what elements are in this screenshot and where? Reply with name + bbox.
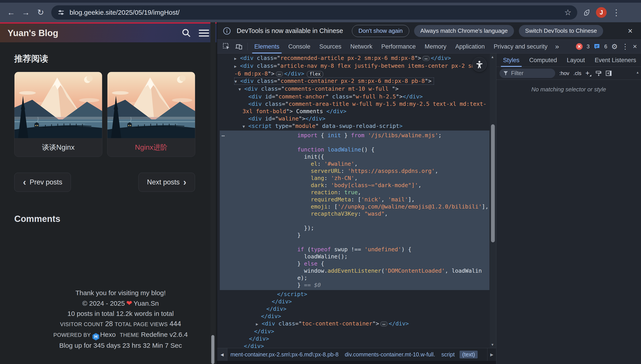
accessibility-person-icon[interactable] bbox=[472, 57, 487, 72]
bookmark-star-icon[interactable]: ☆ bbox=[564, 8, 571, 17]
devtools-tab-application[interactable]: Application bbox=[451, 40, 489, 54]
script-code-line[interactable]: import { init } from '/js/libs/waline.mj… bbox=[220, 132, 489, 139]
dom-tree-line[interactable]: ▶<div class="article-nav my-8 flex justi… bbox=[217, 62, 496, 77]
footer-author[interactable]: Yuan.Sn bbox=[134, 300, 159, 307]
breadcrumb-scroll-right-icon[interactable]: ▶ bbox=[487, 348, 496, 361]
styles-tab-event-listeners[interactable]: Event Listeners bbox=[590, 54, 641, 67]
dom-tree-line[interactable]: ▼<div class="comment-container px-2 sm:p… bbox=[217, 77, 496, 85]
script-code-line[interactable]: serverURL: 'https://asopss.dpdns.org', bbox=[220, 168, 489, 175]
script-code-line[interactable] bbox=[220, 218, 489, 224]
dom-tree-line[interactable]: ▼<script type="module" data-swup-reload-… bbox=[217, 122, 496, 130]
profile-avatar[interactable]: J bbox=[596, 7, 607, 18]
script-code-line[interactable]: reaction: true, bbox=[220, 189, 489, 196]
toggle-hover-state-button[interactable]: :hov bbox=[559, 70, 569, 76]
devtools-tab-performance[interactable]: Performance bbox=[377, 40, 420, 54]
notification-button-always-match-chrome-s-language[interactable]: Always match Chrome's language bbox=[414, 25, 514, 37]
scroll-down-arrow[interactable]: ▼ bbox=[491, 342, 493, 346]
scroll-up-arrow[interactable]: ▲ bbox=[491, 55, 493, 59]
script-code-line[interactable]: el: '#waline', bbox=[220, 160, 489, 168]
collapsed-gutter-ellipsis[interactable]: … bbox=[222, 132, 225, 138]
issue-count[interactable]: 6 bbox=[604, 44, 607, 50]
breadcrumb-item[interactable]: (text) bbox=[460, 351, 478, 358]
script-code-line[interactable]: function loadWaline() { bbox=[220, 146, 489, 153]
hexo-link[interactable]: Hexo bbox=[100, 331, 116, 338]
theme-link[interactable]: Redefine v2.6.4 bbox=[141, 331, 188, 338]
article-card-title[interactable]: 谈谈Nginx bbox=[15, 138, 102, 157]
script-code-line[interactable]: emoji: ['//unpkg.com/@waline/emojis@1.2.… bbox=[220, 203, 489, 210]
devtools-tab-memory[interactable]: Memory bbox=[420, 40, 451, 54]
expand-arrow-icon[interactable]: ▶ bbox=[256, 320, 262, 328]
flex-badge[interactable]: flex bbox=[307, 71, 323, 77]
expand-arrow-icon[interactable]: ▼ bbox=[235, 78, 240, 85]
devtools-menu-icon[interactable]: ⋮ bbox=[621, 42, 629, 51]
forward-icon[interactable]: → bbox=[20, 8, 32, 17]
settings-gear-icon[interactable]: ⚙ bbox=[611, 42, 618, 51]
expand-ellipsis-button[interactable]: … bbox=[380, 322, 387, 326]
extension-energy-icon[interactable] bbox=[583, 8, 591, 16]
script-code-line[interactable]: recaptchaV3Key: "wasd", bbox=[220, 210, 489, 218]
styles-scroll-up-arrow[interactable]: ▲ bbox=[636, 70, 639, 74]
dom-tree-line[interactable]: ▶<div class="toc-content-container">…</d… bbox=[217, 320, 496, 328]
dom-tree-line[interactable]: </div> bbox=[217, 342, 496, 348]
styles-tab-computed[interactable]: Computed bbox=[524, 54, 562, 67]
new-style-rule-icon[interactable]: + bbox=[585, 69, 591, 77]
device-toolbar-icon[interactable] bbox=[233, 43, 245, 50]
expand-arrow-icon[interactable]: ▼ bbox=[243, 123, 248, 130]
reload-icon[interactable]: ↻ bbox=[34, 8, 47, 17]
dom-tree-line[interactable]: <div id="comment-anchor" class="w-full h… bbox=[217, 93, 496, 100]
article-card-title[interactable]: Nginx进阶 bbox=[108, 138, 195, 157]
styles-tab-layout[interactable]: Layout bbox=[562, 54, 590, 67]
script-code-line[interactable]: dark: 'body[class~="dark-mode"]', bbox=[220, 182, 489, 189]
site-info-icon[interactable] bbox=[57, 8, 65, 16]
elements-scrollbar-thumb[interactable] bbox=[491, 124, 495, 242]
expand-arrow-icon[interactable]: ▶ bbox=[234, 62, 240, 70]
script-code-line[interactable]: }); bbox=[220, 224, 489, 232]
browser-menu-icon[interactable]: ⋮ bbox=[612, 8, 620, 18]
toggle-classes-button[interactable]: .cls bbox=[573, 70, 581, 76]
script-code-line[interactable] bbox=[220, 139, 489, 146]
search-icon[interactable] bbox=[181, 28, 191, 38]
back-icon[interactable]: ← bbox=[5, 8, 18, 17]
menu-icon[interactable] bbox=[199, 30, 209, 36]
dom-tree-line[interactable]: </div> bbox=[217, 328, 496, 335]
script-code-line[interactable]: } bbox=[220, 232, 489, 239]
dom-tree-line[interactable]: </script> bbox=[217, 290, 496, 298]
script-code-line[interactable] bbox=[220, 239, 489, 246]
page-scrollbar-thumb[interactable] bbox=[211, 335, 214, 364]
expand-arrow-icon[interactable]: ▶ bbox=[234, 55, 240, 62]
dom-tree-line[interactable]: ▼<div class="comments-container mt-10 w-… bbox=[217, 85, 496, 93]
devtools-tab-sources[interactable]: Sources bbox=[315, 40, 346, 54]
dom-tree-line[interactable]: ▶<div class="recommended-article px-2 sm… bbox=[217, 54, 496, 62]
notification-button-switch-devtools-to-chinese[interactable]: Switch DevTools to Chinese bbox=[519, 25, 603, 37]
dom-tree-line[interactable]: </div> bbox=[217, 298, 496, 305]
more-tabs-icon[interactable]: » bbox=[552, 42, 562, 50]
expand-arrow-icon[interactable]: ▼ bbox=[239, 86, 244, 93]
blog-title[interactable]: Yuan's Blog bbox=[8, 28, 174, 38]
article-card[interactable]: 谈谈Nginx bbox=[14, 72, 102, 157]
expand-ellipsis-button[interactable]: … bbox=[423, 56, 429, 61]
devtools-tab-network[interactable]: Network bbox=[346, 40, 377, 54]
console-errors-icon[interactable]: ✕ bbox=[576, 43, 583, 50]
breadcrumb-item[interactable]: ment-container.px-2.sm\:px-6.md\:px-8.pb… bbox=[227, 351, 342, 358]
selected-script-text[interactable]: … import { init } from '/js/libs/waline.… bbox=[220, 130, 489, 290]
breadcrumb-item[interactable]: div.comments-container.mt-10.w-full. bbox=[342, 351, 438, 358]
prev-posts-button[interactable]: ‹ Prev posts bbox=[14, 173, 71, 192]
breadcrumb-scroll-left-icon[interactable]: ◀ bbox=[217, 348, 227, 361]
notification-close-icon[interactable]: × bbox=[625, 26, 635, 36]
notification-button-don-t-show-again[interactable]: Don't show again bbox=[352, 25, 409, 37]
dom-tree-line[interactable]: </div> bbox=[217, 335, 496, 342]
devtools-close-icon[interactable]: × bbox=[633, 42, 637, 50]
styles-tab-styles[interactable]: Styles bbox=[498, 54, 524, 67]
rendering-brush-icon[interactable] bbox=[595, 70, 601, 76]
script-code-line[interactable]: window.addEventListener('DOMContentLoade… bbox=[220, 267, 489, 282]
breadcrumb-item[interactable]: script bbox=[438, 351, 458, 358]
devtools-tab-privacy-and-security[interactable]: Privacy and security bbox=[489, 40, 552, 54]
address-bar[interactable]: blog.geekie.site/2025/05/19/imgHost/ ☆ bbox=[51, 5, 577, 20]
page-scrollbar[interactable] bbox=[210, 22, 215, 364]
dom-tree-line[interactable]: <div class="comment-area-title w-full my… bbox=[217, 100, 496, 115]
devtools-tab-console[interactable]: Console bbox=[284, 40, 315, 54]
script-code-line[interactable]: if (typeof swup !== 'undefined') { bbox=[220, 246, 489, 253]
next-posts-button[interactable]: Next posts › bbox=[138, 173, 195, 192]
article-card[interactable]: Nginx进阶 bbox=[107, 72, 195, 157]
dom-tree-line[interactable]: </div> bbox=[217, 312, 496, 320]
